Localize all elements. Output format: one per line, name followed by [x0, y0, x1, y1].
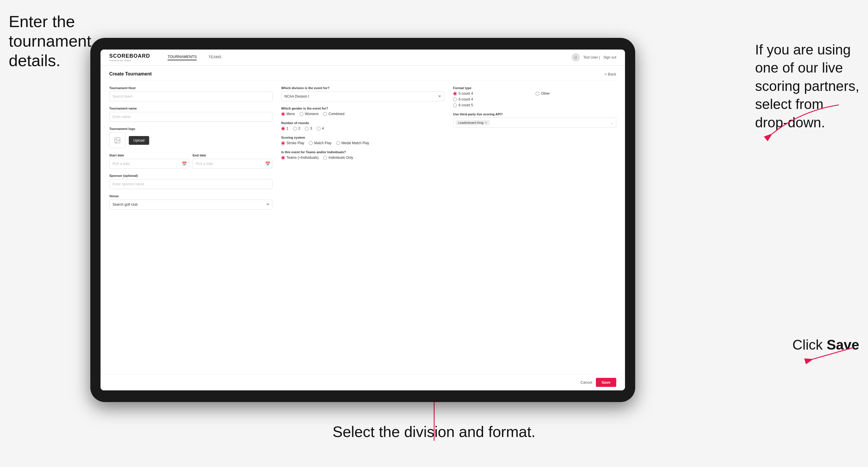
round-4[interactable]: 4 [317, 126, 324, 130]
rounds-group: Number of rounds 1 2 [281, 121, 444, 130]
api-tag-input[interactable]: Leaderboard King ✕ ⌄ [453, 118, 616, 128]
logo-upload-area: Upload [109, 132, 273, 148]
form-header: Create Tournament < Back [109, 71, 616, 81]
annotation-bottom: Select the division and format. [333, 423, 535, 441]
rounds-label: Number of rounds [281, 121, 444, 125]
logo-text: SCOREBOARD [109, 53, 150, 59]
format-other[interactable]: Other [535, 91, 616, 96]
format-5count4-label: 5 count 4 [459, 91, 473, 96]
svg-point-6 [116, 139, 117, 140]
tournament-name-group: Tournament name [109, 106, 273, 122]
back-link[interactable]: < Back [604, 72, 616, 76]
logo-sub: Powered by clippd [109, 59, 150, 62]
teams-label-text: Teams (+Individuals) [286, 156, 318, 160]
annotation-right: If you are usingone of our livescoring p… [755, 41, 860, 132]
gender-womens-radio[interactable] [300, 112, 303, 116]
scoring-match-label: Match Play [314, 141, 331, 145]
end-date-wrapper: 📅 [193, 159, 273, 169]
round-3[interactable]: 3 [305, 126, 312, 130]
scoring-match-radio[interactable] [309, 141, 313, 145]
annotation-save: Click Save [793, 337, 859, 353]
upload-button[interactable]: Upload [129, 136, 149, 145]
round-1-radio[interactable] [281, 127, 285, 130]
scoring-stroke[interactable]: Stroke Play [281, 141, 304, 145]
end-date-label: End date [193, 154, 273, 157]
format-5count4-radio[interactable] [453, 92, 457, 96]
gender-mens-radio[interactable] [281, 112, 285, 116]
individuals-only[interactable]: Individuals Only [323, 156, 353, 160]
cancel-button[interactable]: Cancel [581, 380, 592, 384]
sponsor-label: Sponsor (optional) [109, 174, 273, 178]
individuals-radio[interactable] [323, 156, 327, 160]
format-type-label: Format type [453, 86, 616, 90]
format-5count4[interactable]: 5 count 4 [453, 91, 534, 96]
start-date-wrapper: 📅 [109, 159, 189, 169]
nav-tournaments[interactable]: TOURNAMENTS [167, 55, 197, 60]
main-content: Create Tournament < Back Tournament Host [100, 66, 625, 374]
api-tag-remove[interactable]: ✕ [485, 121, 488, 125]
sign-out-link[interactable]: Sign out [603, 55, 616, 59]
round-3-radio[interactable] [305, 127, 309, 130]
teams-radio[interactable] [281, 156, 285, 160]
end-date-group: End date 📅 [193, 154, 273, 169]
user-label: Test User | [583, 55, 600, 59]
rounds-radio-group: 1 2 3 [281, 126, 444, 130]
tournament-logo-group: Tournament logo Upload [109, 127, 273, 148]
gender-womens[interactable]: Womens [300, 112, 318, 116]
tournament-host-group: Tournament Host [109, 86, 273, 101]
round-1[interactable]: 1 [281, 126, 288, 130]
start-date-group: Start date 📅 [109, 154, 189, 169]
scoring-medal-match-radio[interactable] [336, 141, 340, 145]
round-2[interactable]: 2 [293, 126, 301, 130]
gender-label: Which gender is the event for? [281, 106, 444, 110]
nav-teams[interactable]: TEAMS [208, 55, 221, 60]
round-4-radio[interactable] [317, 127, 320, 130]
teams-label: Is this event for Teams and/or Individua… [281, 150, 444, 154]
format-6count5[interactable]: 6 count 5 [453, 103, 534, 107]
scoring-medal-match-label: Medal Match Play [341, 141, 369, 145]
form-title: Create Tournament [109, 71, 152, 76]
tournament-host-input[interactable] [109, 91, 273, 101]
sponsor-group: Sponsor (optional) [109, 174, 273, 189]
date-group: Start date 📅 End date [109, 154, 273, 169]
gender-mens-label: Mens [286, 112, 295, 116]
scoring-stroke-radio[interactable] [281, 141, 285, 145]
venue-select[interactable]: Search golf club [109, 199, 273, 210]
division-group: Which division is the event for? NCAA Di… [281, 86, 444, 101]
scoring-medal-match[interactable]: Medal Match Play [336, 141, 369, 145]
logo-placeholder [109, 132, 125, 148]
tournament-name-input[interactable] [109, 112, 273, 122]
individuals-label-text: Individuals Only [329, 156, 353, 160]
format-other-radio[interactable] [535, 92, 539, 96]
gender-combined-radio[interactable] [323, 112, 327, 116]
gender-combined-label: Combined [329, 112, 344, 116]
scoring-match[interactable]: Match Play [309, 141, 331, 145]
end-date-input[interactable] [193, 159, 273, 169]
column-3: Format type 5 count 4 Other [453, 86, 616, 215]
api-tag-text: Leaderboard King [458, 121, 484, 124]
scoring-radio-group: Stroke Play Match Play Medal Match Play [281, 141, 444, 145]
format-6count5-radio[interactable] [453, 103, 457, 107]
save-button[interactable]: Save [596, 378, 616, 387]
format-6count4-radio[interactable] [453, 98, 457, 101]
round-1-label: 1 [286, 126, 288, 130]
round-3-label: 3 [310, 126, 312, 130]
format-6count4[interactable]: 6 count 4 [453, 97, 534, 101]
user-avatar: U [572, 53, 580, 61]
round-2-radio[interactable] [293, 127, 297, 130]
form-columns: Tournament Host Tournament name Tourname… [109, 86, 616, 215]
scoring-label: Scoring system [281, 136, 444, 139]
gender-mens[interactable]: Mens [281, 112, 295, 116]
format-6count5-label: 6 count 5 [459, 103, 473, 107]
tournament-name-label: Tournament name [109, 106, 273, 110]
teams-group: Is this event for Teams and/or Individua… [281, 150, 444, 160]
tablet-screen: SCOREBOARD Powered by clippd TOURNAMENTS… [100, 50, 625, 391]
sponsor-input[interactable] [109, 179, 273, 189]
venue-select-wrapper: Search golf club [109, 199, 273, 210]
start-date-input[interactable] [109, 159, 189, 169]
venue-group: Venue Search golf club [109, 194, 273, 210]
division-label: Which division is the event for? [281, 86, 444, 90]
gender-combined[interactable]: Combined [323, 112, 344, 116]
teams-plus-individuals[interactable]: Teams (+Individuals) [281, 156, 318, 160]
division-select[interactable]: NCAA Division I NCAA Division II NCAA Di… [281, 91, 444, 101]
